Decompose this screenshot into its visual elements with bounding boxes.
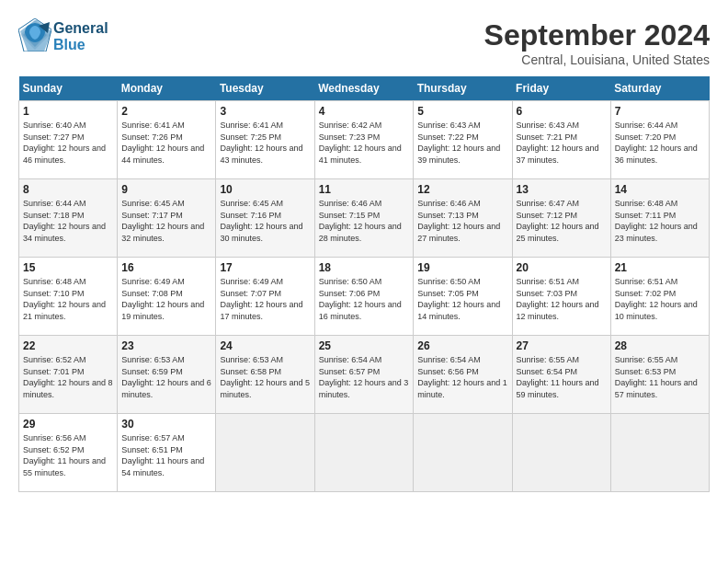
day-info: Sunrise: 6:42 AM Sunset: 7:23 PM Dayligh… [319,120,410,166]
day-info: Sunrise: 6:46 AM Sunset: 7:15 PM Dayligh… [319,198,410,244]
day-info: Sunrise: 6:51 AM Sunset: 7:02 PM Dayligh… [615,276,705,322]
weekday-header-tuesday: Tuesday [216,76,314,101]
day-info: Sunrise: 6:41 AM Sunset: 7:25 PM Dayligh… [220,120,310,166]
day-info: Sunrise: 6:52 AM Sunset: 7:01 PM Dayligh… [23,354,113,400]
day-number: 4 [319,105,410,118]
day-number: 11 [319,183,410,196]
day-info: Sunrise: 6:48 AM Sunset: 7:11 PM Dayligh… [615,198,705,244]
calendar-cell: 10 Sunrise: 6:45 AM Sunset: 7:16 PM Dayl… [216,179,314,258]
day-number: 22 [23,339,113,352]
day-number: 18 [319,261,410,274]
day-number: 8 [23,183,113,196]
day-number: 15 [23,261,113,274]
day-info: Sunrise: 6:49 AM Sunset: 7:08 PM Dayligh… [121,276,211,322]
calendar-cell: 15 Sunrise: 6:48 AM Sunset: 7:10 PM Dayl… [19,258,118,336]
calendar-week-row-1: 1 Sunrise: 6:40 AM Sunset: 7:27 PM Dayli… [19,101,710,179]
calendar-cell: 29 Sunrise: 6:56 AM Sunset: 6:52 PM Dayl… [19,414,118,492]
day-info: Sunrise: 6:45 AM Sunset: 7:16 PM Dayligh… [220,198,310,244]
month-year-title: September 2024 [484,18,710,52]
day-number: 30 [121,418,211,431]
day-number: 19 [417,261,507,274]
calendar-cell [314,414,414,492]
day-info: Sunrise: 6:54 AM Sunset: 6:57 PM Dayligh… [319,354,410,400]
calendar-cell: 17 Sunrise: 6:49 AM Sunset: 7:07 PM Dayl… [216,258,314,336]
calendar-cell: 30 Sunrise: 6:57 AM Sunset: 6:51 PM Dayl… [118,414,216,492]
calendar-cell: 6 Sunrise: 6:43 AM Sunset: 7:21 PM Dayli… [512,101,610,179]
day-info: Sunrise: 6:47 AM Sunset: 7:12 PM Dayligh… [517,198,607,244]
day-info: Sunrise: 6:48 AM Sunset: 7:10 PM Dayligh… [23,276,113,322]
day-info: Sunrise: 6:53 AM Sunset: 6:58 PM Dayligh… [220,354,310,400]
calendar-cell: 20 Sunrise: 6:51 AM Sunset: 7:03 PM Dayl… [512,258,610,336]
day-info: Sunrise: 6:45 AM Sunset: 7:17 PM Dayligh… [121,198,211,244]
day-number: 27 [517,339,607,352]
day-info: Sunrise: 6:50 AM Sunset: 7:06 PM Dayligh… [319,276,410,322]
calendar-week-row-5: 29 Sunrise: 6:56 AM Sunset: 6:52 PM Dayl… [19,414,710,492]
calendar-cell [216,414,314,492]
day-info: Sunrise: 6:40 AM Sunset: 7:27 PM Dayligh… [23,120,113,166]
day-number: 13 [517,183,607,196]
day-info: Sunrise: 6:56 AM Sunset: 6:52 PM Dayligh… [23,432,113,478]
day-number: 17 [220,261,310,274]
calendar-cell: 23 Sunrise: 6:53 AM Sunset: 6:59 PM Dayl… [118,336,216,414]
day-number: 20 [517,261,607,274]
logo: General Blue [18,18,108,55]
day-number: 3 [220,105,310,118]
logo-icon [18,18,51,52]
calendar-cell: 3 Sunrise: 6:41 AM Sunset: 7:25 PM Dayli… [216,101,314,179]
calendar-cell: 22 Sunrise: 6:52 AM Sunset: 7:01 PM Dayl… [19,336,118,414]
calendar-cell [610,414,709,492]
day-info: Sunrise: 6:57 AM Sunset: 6:51 PM Dayligh… [121,432,211,478]
calendar-cell: 9 Sunrise: 6:45 AM Sunset: 7:17 PM Dayli… [118,179,216,258]
calendar-cell: 7 Sunrise: 6:44 AM Sunset: 7:20 PM Dayli… [610,101,709,179]
day-number: 6 [517,105,607,118]
calendar-cell: 19 Sunrise: 6:50 AM Sunset: 7:05 PM Dayl… [414,258,512,336]
calendar-cell: 25 Sunrise: 6:54 AM Sunset: 6:57 PM Dayl… [314,336,414,414]
calendar-cell: 26 Sunrise: 6:54 AM Sunset: 6:56 PM Dayl… [414,336,512,414]
weekday-header-saturday: Saturday [610,76,709,101]
day-info: Sunrise: 6:46 AM Sunset: 7:13 PM Dayligh… [417,198,507,244]
logo-blue: Blue [53,37,108,53]
day-number: 14 [615,183,705,196]
calendar-cell: 11 Sunrise: 6:46 AM Sunset: 7:15 PM Dayl… [314,179,414,258]
calendar-cell [512,414,610,492]
day-number: 12 [417,183,507,196]
day-info: Sunrise: 6:44 AM Sunset: 7:20 PM Dayligh… [615,120,705,166]
day-number: 23 [121,339,211,352]
weekday-header-sunday: Sunday [19,76,118,101]
day-number: 28 [615,339,705,352]
day-info: Sunrise: 6:55 AM Sunset: 6:54 PM Dayligh… [517,354,607,400]
calendar-cell: 5 Sunrise: 6:43 AM Sunset: 7:22 PM Dayli… [414,101,512,179]
day-number: 21 [615,261,705,274]
weekday-header-row: SundayMondayTuesdayWednesdayThursdayFrid… [19,76,710,101]
calendar-cell: 14 Sunrise: 6:48 AM Sunset: 7:11 PM Dayl… [610,179,709,258]
weekday-header-friday: Friday [512,76,610,101]
logo-general: General [53,20,108,37]
calendar-cell [414,414,512,492]
calendar-cell: 28 Sunrise: 6:55 AM Sunset: 6:53 PM Dayl… [610,336,709,414]
day-info: Sunrise: 6:49 AM Sunset: 7:07 PM Dayligh… [220,276,310,322]
weekday-header-wednesday: Wednesday [314,76,414,101]
day-number: 9 [121,183,211,196]
day-number: 7 [615,105,705,118]
day-number: 16 [121,261,211,274]
calendar-week-row-2: 8 Sunrise: 6:44 AM Sunset: 7:18 PM Dayli… [19,179,710,258]
title-section: September 2024 Central, Louisiana, Unite… [484,18,710,67]
day-info: Sunrise: 6:43 AM Sunset: 7:21 PM Dayligh… [517,120,607,166]
day-number: 10 [220,183,310,196]
calendar-week-row-3: 15 Sunrise: 6:48 AM Sunset: 7:10 PM Dayl… [19,258,710,336]
day-info: Sunrise: 6:54 AM Sunset: 6:56 PM Dayligh… [417,354,507,400]
calendar-cell: 13 Sunrise: 6:47 AM Sunset: 7:12 PM Dayl… [512,179,610,258]
day-info: Sunrise: 6:44 AM Sunset: 7:18 PM Dayligh… [23,198,113,244]
calendar-cell: 27 Sunrise: 6:55 AM Sunset: 6:54 PM Dayl… [512,336,610,414]
calendar-cell: 21 Sunrise: 6:51 AM Sunset: 7:02 PM Dayl… [610,258,709,336]
calendar-week-row-4: 22 Sunrise: 6:52 AM Sunset: 7:01 PM Dayl… [19,336,710,414]
calendar-table: SundayMondayTuesdayWednesdayThursdayFrid… [18,76,710,492]
weekday-header-monday: Monday [118,76,216,101]
day-number: 1 [23,105,113,118]
calendar-cell: 4 Sunrise: 6:42 AM Sunset: 7:23 PM Dayli… [314,101,414,179]
day-info: Sunrise: 6:41 AM Sunset: 7:26 PM Dayligh… [121,120,211,166]
day-info: Sunrise: 6:55 AM Sunset: 6:53 PM Dayligh… [615,354,705,400]
calendar-cell: 1 Sunrise: 6:40 AM Sunset: 7:27 PM Dayli… [19,101,118,179]
day-number: 25 [319,339,410,352]
day-info: Sunrise: 6:50 AM Sunset: 7:05 PM Dayligh… [417,276,507,322]
